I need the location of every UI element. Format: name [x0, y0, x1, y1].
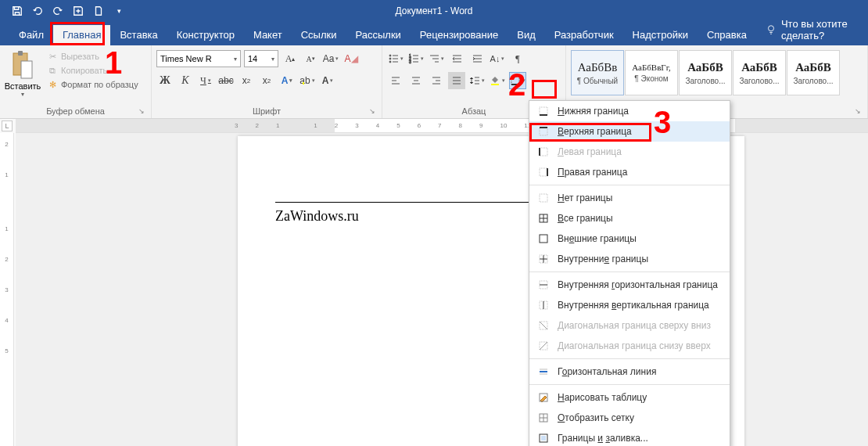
highlight-button[interactable]: ab	[299, 72, 316, 89]
vertical-ruler[interactable]: 2112345	[0, 133, 14, 446]
svg-rect-51	[540, 194, 547, 202]
tab-layout[interactable]: Макет	[244, 25, 292, 45]
tab-home[interactable]: Главная	[53, 25, 110, 45]
tab-developer[interactable]: Разработчик	[545, 25, 623, 45]
border-type-icon	[537, 299, 550, 311]
shrink-font-button[interactable]: A▾	[302, 50, 319, 67]
format-painter-button[interactable]: ✻Формат по образцу	[45, 78, 140, 91]
decrease-indent-button[interactable]	[448, 50, 465, 67]
align-center-button[interactable]	[407, 72, 425, 89]
subscript-button[interactable]: x2	[238, 72, 255, 89]
bullets-button[interactable]	[387, 50, 404, 67]
border-menu-item[interactable]: Нижняя граница	[529, 101, 730, 121]
ruler-corner[interactable]: L	[2, 120, 13, 131]
style-economy[interactable]: АаБбВвГг,¶ Эконом	[625, 50, 678, 95]
copy-button[interactable]: ⧉Копировать	[45, 64, 140, 77]
border-menu-item[interactable]: Отобразить сетку	[529, 408, 730, 428]
border-menu-item[interactable]: Нет границы	[529, 188, 730, 208]
paste-icon	[10, 50, 35, 81]
superscript-button[interactable]: x2	[258, 72, 275, 89]
style-normal[interactable]: АаБбВв¶ Обычный	[571, 50, 624, 95]
increase-indent-button[interactable]	[468, 50, 486, 67]
border-menu-label: Верхняя граница	[558, 126, 632, 137]
title-bar: ▾ Документ1 - Word	[0, 0, 868, 22]
tab-insert[interactable]: Вставка	[110, 25, 167, 45]
style-heading1[interactable]: АаБбВЗаголово...	[679, 50, 732, 95]
style-heading3[interactable]: АаБбВЗаголово...	[787, 50, 840, 95]
cut-button[interactable]: ✂Вырезать	[45, 50, 140, 63]
styles-launcher-icon[interactable]: ↘	[855, 107, 861, 115]
paste-button[interactable]: Вставить ▾	[5, 49, 41, 98]
border-menu-item[interactable]: Нарисовать таблицу	[529, 387, 730, 408]
ribbon: Вставить ▾ ✂Вырезать ⧉Копировать ✻Формат…	[0, 45, 868, 119]
border-menu-item[interactable]: Внутренние границы	[529, 249, 730, 269]
bold-button[interactable]: Ж	[156, 72, 174, 89]
tab-addins[interactable]: Надстройки	[623, 25, 698, 45]
bulb-icon	[766, 24, 777, 35]
brush-icon: ✻	[47, 79, 58, 90]
font-launcher-icon[interactable]: ↘	[369, 107, 375, 115]
border-menu-item[interactable]: Внутренняя вертикальная граница	[529, 295, 730, 315]
border-type-icon	[537, 365, 550, 378]
border-menu-item[interactable]: Верхняя граница	[529, 121, 730, 142]
justify-button[interactable]	[448, 72, 465, 89]
clear-format-button[interactable]: A◢	[343, 50, 360, 67]
shading-button[interactable]	[489, 72, 506, 89]
save-as-icon[interactable]	[69, 2, 88, 20]
font-name-combo[interactable]: Times New R	[156, 50, 241, 67]
new-doc-icon[interactable]	[89, 2, 108, 20]
multilevel-button[interactable]	[428, 50, 445, 67]
tab-review[interactable]: Рецензирование	[411, 25, 508, 45]
align-right-button[interactable]	[428, 72, 445, 89]
borders-button[interactable]	[509, 72, 526, 89]
tab-help[interactable]: Справка	[698, 25, 756, 45]
border-menu-label: Внутренняя вертикальная граница	[558, 300, 709, 311]
tab-design[interactable]: Конструктор	[167, 25, 244, 45]
svg-rect-41	[511, 77, 519, 85]
tab-view[interactable]: Вид	[508, 25, 545, 45]
change-case-button[interactable]: Aa	[322, 50, 339, 67]
workspace: L 3211234567891011121314151617 2112345 Z…	[0, 119, 868, 446]
font-size-combo[interactable]: 14	[244, 50, 278, 67]
border-menu-item[interactable]: Внутренняя горизонтальная граница	[529, 275, 730, 295]
tab-file[interactable]: Файл	[9, 25, 53, 45]
qat-more-icon[interactable]: ▾	[109, 2, 128, 20]
border-menu-label: Диагональная граница снизу вверх	[558, 340, 711, 351]
grow-font-button[interactable]: A▴	[282, 50, 299, 67]
border-menu-item[interactable]: Границы и заливка...	[529, 428, 730, 446]
numbering-button[interactable]: 123	[407, 50, 425, 67]
svg-point-6	[389, 58, 391, 59]
page-area[interactable]: ZaWindows.ru	[16, 133, 868, 446]
svg-point-8	[389, 61, 391, 63]
underline-button[interactable]: Ч	[197, 72, 214, 89]
tab-mailings[interactable]: Рассылки	[346, 25, 410, 45]
align-left-button[interactable]	[387, 72, 404, 89]
border-menu-item[interactable]: Правая граница	[529, 162, 730, 182]
border-menu-item[interactable]: Горизонтальная линия	[529, 361, 730, 382]
font-color-button[interactable]: A	[319, 72, 336, 89]
border-menu-label: Правая граница	[558, 167, 627, 178]
italic-button[interactable]: К	[177, 72, 194, 89]
clipboard-launcher-icon[interactable]: ↘	[138, 107, 145, 115]
svg-rect-75	[541, 436, 546, 441]
styles-gallery[interactable]: АаБбВв¶ Обычный АаБбВвГг,¶ Эконом АаБбВЗ…	[571, 49, 863, 104]
strike-button[interactable]: abc	[217, 72, 235, 89]
redo-icon[interactable]	[48, 2, 67, 20]
tab-references[interactable]: Ссылки	[292, 25, 346, 45]
save-icon[interactable]	[8, 2, 27, 20]
undo-icon[interactable]	[28, 2, 47, 20]
border-type-icon	[537, 212, 550, 225]
sort-button[interactable]: A↓	[489, 50, 506, 67]
svg-rect-40	[491, 84, 499, 85]
tell-me-search[interactable]: Что вы хотите сделать?	[756, 14, 868, 45]
style-heading2[interactable]: АаБбВЗаголово...	[733, 50, 786, 95]
border-menu-item[interactable]: Внешние границы	[529, 228, 730, 249]
border-type-icon	[537, 192, 550, 204]
show-marks-button[interactable]: ¶	[509, 50, 526, 67]
border-menu-label: Все границы	[558, 213, 613, 224]
line-spacing-button[interactable]	[468, 72, 486, 89]
text-effects-button[interactable]: A	[278, 72, 296, 89]
page-body-text[interactable]: ZaWindows.ru	[275, 208, 359, 225]
border-menu-item[interactable]: Все границы	[529, 208, 730, 228]
horizontal-ruler[interactable]: 3211234567891011121314151617	[16, 119, 868, 133]
